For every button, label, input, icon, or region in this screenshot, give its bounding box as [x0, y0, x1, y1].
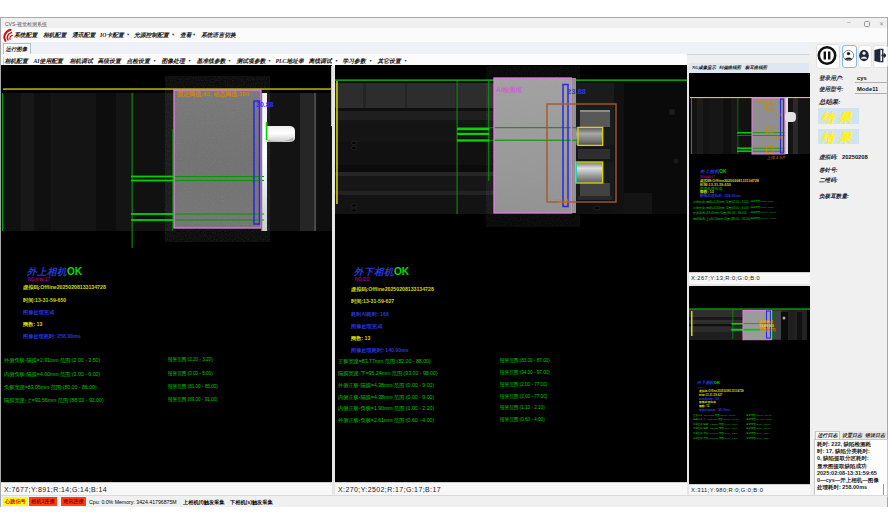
svg-text:23.88: 23.88 — [567, 87, 586, 96]
svg-text:上排 4.9片: 上排 4.9片 — [766, 155, 786, 160]
svg-text:AI检测框: AI检测框 — [496, 86, 523, 94]
svg-text:20.88: 20.88 — [256, 101, 274, 108]
svg-text:31.66: 31.66 — [774, 113, 783, 117]
svg-text:固定阈值:93, 动态阈值:100: 固定阈值:93, 动态阈值:100 — [177, 90, 250, 98]
svg-text:13.88: 13.88 — [557, 199, 569, 204]
svg-text:固定阈值:93: 固定阈值:93 — [755, 100, 774, 104]
svg-text:范围(2-77): 范围(2-77) — [759, 327, 775, 332]
svg-text:23.88: 23.88 — [774, 136, 783, 140]
